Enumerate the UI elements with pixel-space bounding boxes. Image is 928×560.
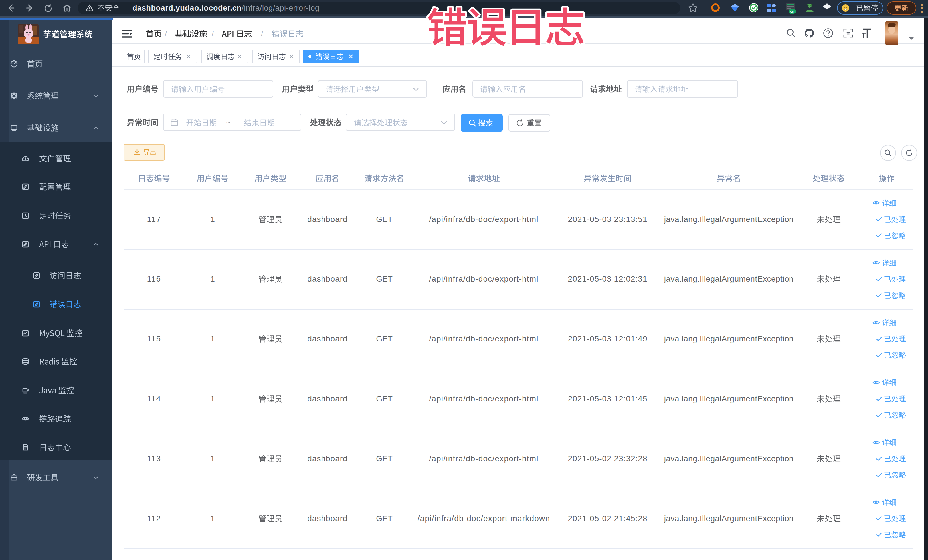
svg-text:on: on: [790, 9, 794, 14]
